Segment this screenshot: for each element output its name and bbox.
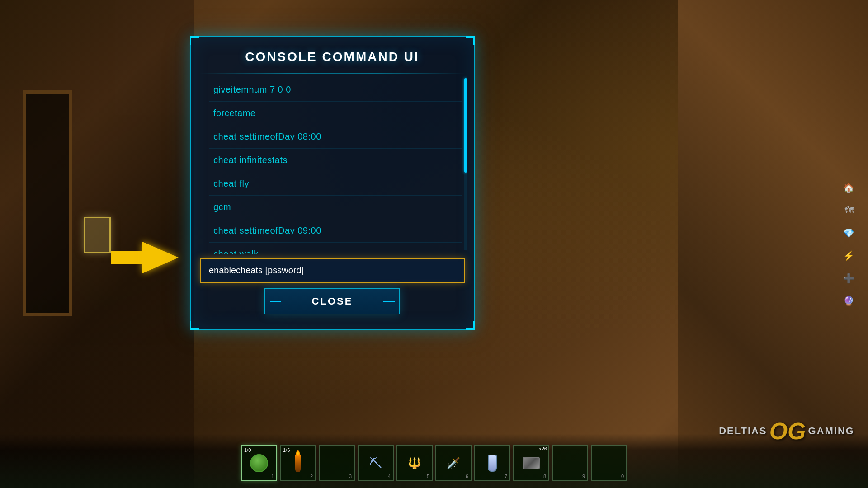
corner-decoration-tr: [466, 36, 475, 45]
slot-5-number: 5: [427, 474, 429, 479]
hotbar-slot-9[interactable]: 9: [552, 445, 588, 481]
branding: DELTIAS OG GAMING: [719, 419, 854, 443]
slot-3-icon: [326, 452, 348, 474]
hud-icon-home[interactable]: 🏠: [841, 180, 857, 196]
hotbar-slot-5[interactable]: 🔱 5: [396, 445, 433, 481]
command-list-wrapper: giveitemnum 7 0 0forcetamecheat settimeo…: [200, 74, 467, 254]
hotbar-slot-6[interactable]: 🗡️ 6: [435, 445, 472, 481]
hotbar-slot-7[interactable]: 7: [474, 445, 510, 481]
slot-6-number: 6: [466, 474, 468, 479]
slot-7-icon: [481, 452, 504, 474]
console-modal: CONSOLE COMMAND UI giveitemnum 7 0 0forc…: [190, 36, 475, 330]
door-frame: [23, 90, 72, 316]
corner-decoration-tl: [190, 36, 199, 45]
slot-8-icon: [520, 452, 542, 474]
slot-6-icon: 🗡️: [442, 452, 465, 474]
corner-decoration-bl: [190, 321, 199, 330]
slot-3-number: 3: [349, 474, 352, 479]
command-list[interactable]: giveitemnum 7 0 0forcetamecheat settimeo…: [200, 74, 467, 254]
command-text-6: cheat settimeofDay 09:00: [213, 225, 321, 235]
command-text-4: cheat fly: [213, 178, 249, 188]
command-item-6[interactable]: cheat settimeofDay 09:00: [209, 219, 462, 243]
hud-icon-circle-gem[interactable]: 🔮: [841, 293, 857, 309]
slot-8-count: x26: [539, 446, 547, 451]
command-item-2[interactable]: cheat settimeofDay 08:00: [209, 125, 462, 149]
command-item-0[interactable]: giveitemnum 7 0 0: [209, 78, 462, 102]
hotbar-slot-3[interactable]: 3: [319, 445, 355, 481]
slot-9-number: 9: [582, 474, 585, 479]
command-text-5: gcm: [213, 202, 231, 212]
brand-og: OG: [769, 419, 806, 443]
command-item-4[interactable]: cheat fly: [209, 172, 462, 196]
command-item-3[interactable]: cheat infinitestats: [209, 149, 462, 172]
scrollbar-track: [464, 78, 467, 250]
right-wall: [678, 0, 868, 488]
modal-title: CONSOLE COMMAND UI: [191, 37, 474, 73]
slot-1-count: 1/0: [244, 447, 251, 453]
command-item-5[interactable]: gcm: [209, 196, 462, 219]
slot-1-number: 1: [271, 474, 274, 479]
command-text-1: forcetame: [213, 108, 255, 118]
slot-4-icon: ⛏: [364, 452, 387, 474]
hud-icon-bolt[interactable]: ⚡: [841, 248, 857, 263]
command-text-3: cheat infinitestats: [213, 155, 288, 165]
command-text-0: giveitemnum 7 0 0: [213, 84, 291, 94]
hotbar-slot-1[interactable]: 1/0 1: [241, 445, 277, 481]
command-text-2: cheat settimeofDay 08:00: [213, 131, 321, 141]
command-text-7: cheat walk: [213, 249, 259, 254]
slot-2-number: 2: [310, 474, 313, 479]
hotbar-slot-2[interactable]: 1/6 2: [280, 445, 316, 481]
input-area: [200, 258, 465, 283]
hud-icon-gem[interactable]: 💎: [841, 225, 857, 241]
slot-8-number: 8: [543, 474, 546, 479]
slot-1-icon: [248, 452, 270, 474]
close-button-wrapper: CLOSE: [200, 288, 465, 314]
slot-9-icon: [559, 452, 581, 474]
brand-right: GAMING: [808, 425, 854, 437]
slot-2-icon: [287, 452, 309, 474]
hud-icon-map[interactable]: 🗺: [841, 202, 857, 218]
command-item-1[interactable]: forcetame: [209, 102, 462, 125]
slot-4-number: 4: [388, 474, 391, 479]
right-hud: 🏠 🗺 💎 ⚡ ➕ 🔮: [841, 180, 857, 309]
corner-decoration-br: [466, 321, 475, 330]
window-highlight: [84, 217, 111, 253]
brand-left: DELTIAS: [719, 425, 767, 437]
slot-0-icon: [598, 452, 620, 474]
hotbar-slot-0[interactable]: 0: [591, 445, 627, 481]
scrollbar-thumb[interactable]: [464, 78, 467, 173]
slot-7-number: 7: [505, 474, 507, 479]
slot-2-count: 1/6: [283, 447, 290, 453]
hotbar-slot-4[interactable]: ⛏ 4: [358, 445, 394, 481]
hud-icon-plus[interactable]: ➕: [841, 270, 857, 286]
arrow-indicator: [111, 242, 179, 273]
slot-0-number: 0: [621, 474, 624, 479]
slot-5-icon: 🔱: [403, 452, 426, 474]
close-button[interactable]: CLOSE: [264, 288, 400, 314]
command-input[interactable]: [200, 258, 465, 283]
command-item-7[interactable]: cheat walk: [209, 243, 462, 254]
hotbar-slot-8[interactable]: x26 8: [513, 445, 549, 481]
